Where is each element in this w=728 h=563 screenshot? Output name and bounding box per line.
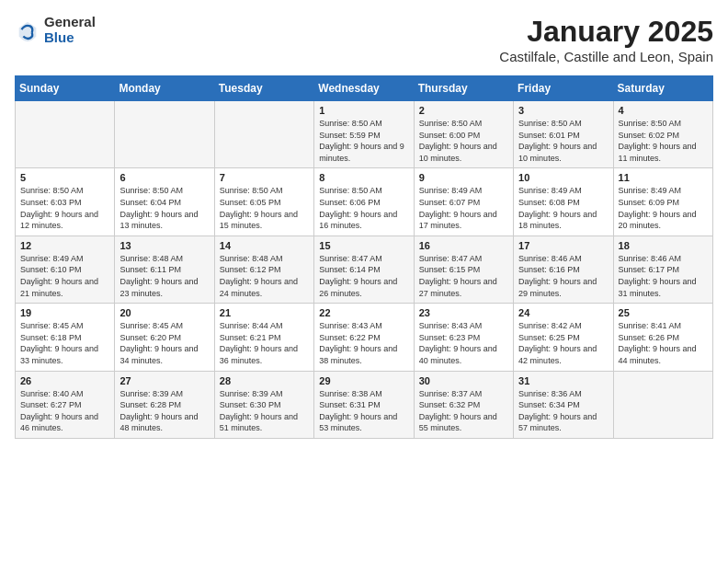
- day-cell: 13Sunrise: 8:48 AMSunset: 6:11 PMDayligh…: [115, 236, 214, 303]
- day-cell: [214, 101, 313, 168]
- day-number: 31: [518, 375, 608, 386]
- day-cell: 22Sunrise: 8:43 AMSunset: 6:22 PMDayligh…: [314, 304, 414, 371]
- logo-icon: [15, 17, 40, 43]
- day-number: 14: [220, 240, 309, 251]
- header: General Blue January 2025 Castilfale, Ca…: [15, 15, 713, 64]
- day-info: Sunrise: 8:47 AMSunset: 6:15 PMDaylight:…: [419, 253, 508, 299]
- day-number: 23: [419, 307, 508, 318]
- day-info: Sunrise: 8:47 AMSunset: 6:14 PMDaylight:…: [319, 253, 408, 299]
- day-cell: 3Sunrise: 8:50 AMSunset: 6:01 PMDaylight…: [514, 101, 613, 168]
- day-info: Sunrise: 8:49 AMSunset: 6:09 PMDaylight:…: [619, 185, 708, 231]
- day-number: 16: [419, 240, 508, 251]
- weekday-header-wednesday: Wednesday: [314, 76, 414, 101]
- day-number: 4: [619, 105, 708, 116]
- month-title: January 2025: [499, 15, 713, 49]
- day-cell: 4Sunrise: 8:50 AMSunset: 6:02 PMDaylight…: [613, 101, 712, 168]
- day-number: 13: [119, 240, 209, 251]
- weekday-header-saturday: Saturday: [613, 76, 712, 101]
- day-cell: 18Sunrise: 8:46 AMSunset: 6:17 PMDayligh…: [613, 236, 712, 303]
- day-cell: 11Sunrise: 8:49 AMSunset: 6:09 PMDayligh…: [613, 168, 712, 236]
- day-info: Sunrise: 8:46 AMSunset: 6:17 PMDaylight:…: [619, 253, 708, 299]
- day-number: 30: [419, 375, 508, 386]
- day-info: Sunrise: 8:49 AMSunset: 6:07 PMDaylight:…: [419, 185, 508, 231]
- day-info: Sunrise: 8:50 AMSunset: 6:03 PMDaylight:…: [20, 185, 109, 231]
- day-cell: 26Sunrise: 8:40 AMSunset: 6:27 PMDayligh…: [16, 371, 115, 438]
- logo-general-text: General: [44, 15, 96, 30]
- day-info: Sunrise: 8:45 AMSunset: 6:20 PMDaylight:…: [119, 320, 209, 366]
- week-row-5: 26Sunrise: 8:40 AMSunset: 6:27 PMDayligh…: [16, 371, 713, 438]
- day-number: 17: [518, 240, 608, 251]
- day-info: Sunrise: 8:48 AMSunset: 6:11 PMDaylight:…: [119, 253, 209, 299]
- day-cell: 14Sunrise: 8:48 AMSunset: 6:12 PMDayligh…: [214, 236, 313, 303]
- day-number: 8: [319, 172, 408, 183]
- day-number: 27: [119, 375, 209, 386]
- day-number: 25: [619, 307, 708, 318]
- day-cell: 20Sunrise: 8:45 AMSunset: 6:20 PMDayligh…: [115, 304, 214, 371]
- day-number: 18: [619, 240, 708, 251]
- weekday-header-row: SundayMondayTuesdayWednesdayThursdayFrid…: [16, 76, 713, 101]
- weekday-header-friday: Friday: [514, 76, 613, 101]
- day-cell: 12Sunrise: 8:49 AMSunset: 6:10 PMDayligh…: [16, 236, 115, 303]
- day-number: 1: [319, 105, 408, 116]
- day-info: Sunrise: 8:41 AMSunset: 6:26 PMDaylight:…: [619, 320, 708, 366]
- day-number: 28: [220, 375, 309, 386]
- weekday-header-tuesday: Tuesday: [214, 76, 313, 101]
- day-cell: 16Sunrise: 8:47 AMSunset: 6:15 PMDayligh…: [414, 236, 513, 303]
- day-cell: 21Sunrise: 8:44 AMSunset: 6:21 PMDayligh…: [214, 304, 313, 371]
- day-number: 12: [20, 240, 109, 251]
- day-number: 5: [20, 172, 109, 183]
- day-cell: 10Sunrise: 8:49 AMSunset: 6:08 PMDayligh…: [514, 168, 613, 236]
- day-info: Sunrise: 8:50 AMSunset: 5:59 PMDaylight:…: [319, 118, 408, 164]
- day-number: 2: [419, 105, 508, 116]
- day-number: 11: [619, 172, 708, 183]
- day-number: 9: [419, 172, 508, 183]
- day-cell: 29Sunrise: 8:38 AMSunset: 6:31 PMDayligh…: [314, 371, 414, 438]
- weekday-header-monday: Monday: [115, 76, 214, 101]
- day-number: 24: [518, 307, 608, 318]
- day-info: Sunrise: 8:49 AMSunset: 6:08 PMDaylight:…: [518, 185, 608, 231]
- day-cell: 17Sunrise: 8:46 AMSunset: 6:16 PMDayligh…: [514, 236, 613, 303]
- day-cell: 25Sunrise: 8:41 AMSunset: 6:26 PMDayligh…: [613, 304, 712, 371]
- day-number: 15: [319, 240, 408, 251]
- weekday-header-sunday: Sunday: [16, 76, 115, 101]
- day-info: Sunrise: 8:43 AMSunset: 6:23 PMDaylight:…: [419, 320, 508, 366]
- day-info: Sunrise: 8:50 AMSunset: 6:00 PMDaylight:…: [419, 118, 508, 164]
- day-info: Sunrise: 8:50 AMSunset: 6:04 PMDaylight:…: [119, 185, 209, 231]
- day-cell: 24Sunrise: 8:42 AMSunset: 6:25 PMDayligh…: [514, 304, 613, 371]
- day-info: Sunrise: 8:39 AMSunset: 6:28 PMDaylight:…: [119, 388, 209, 434]
- day-cell: 23Sunrise: 8:43 AMSunset: 6:23 PMDayligh…: [414, 304, 513, 371]
- day-cell: 15Sunrise: 8:47 AMSunset: 6:14 PMDayligh…: [314, 236, 414, 303]
- logo-text: General Blue: [44, 15, 96, 45]
- day-cell: 9Sunrise: 8:49 AMSunset: 6:07 PMDaylight…: [414, 168, 513, 236]
- day-number: 3: [518, 105, 608, 116]
- day-info: Sunrise: 8:43 AMSunset: 6:22 PMDaylight:…: [319, 320, 408, 366]
- location-title: Castilfale, Castille and Leon, Spain: [499, 49, 713, 64]
- weekday-header-thursday: Thursday: [414, 76, 513, 101]
- week-row-3: 12Sunrise: 8:49 AMSunset: 6:10 PMDayligh…: [16, 236, 713, 303]
- day-cell: 5Sunrise: 8:50 AMSunset: 6:03 PMDaylight…: [16, 168, 115, 236]
- day-cell: 8Sunrise: 8:50 AMSunset: 6:06 PMDaylight…: [314, 168, 414, 236]
- day-cell: 27Sunrise: 8:39 AMSunset: 6:28 PMDayligh…: [115, 371, 214, 438]
- day-info: Sunrise: 8:38 AMSunset: 6:31 PMDaylight:…: [319, 388, 408, 434]
- day-cell: 30Sunrise: 8:37 AMSunset: 6:32 PMDayligh…: [414, 371, 513, 438]
- day-number: 20: [119, 307, 209, 318]
- day-cell: 6Sunrise: 8:50 AMSunset: 6:04 PMDaylight…: [115, 168, 214, 236]
- day-cell: 28Sunrise: 8:39 AMSunset: 6:30 PMDayligh…: [214, 371, 313, 438]
- day-number: 10: [518, 172, 608, 183]
- day-cell: 2Sunrise: 8:50 AMSunset: 6:00 PMDaylight…: [414, 101, 513, 168]
- day-info: Sunrise: 8:50 AMSunset: 6:06 PMDaylight:…: [319, 185, 408, 231]
- day-info: Sunrise: 8:45 AMSunset: 6:18 PMDaylight:…: [20, 320, 109, 366]
- day-number: 7: [220, 172, 309, 183]
- day-cell: 31Sunrise: 8:36 AMSunset: 6:34 PMDayligh…: [514, 371, 613, 438]
- day-info: Sunrise: 8:40 AMSunset: 6:27 PMDaylight:…: [20, 388, 109, 434]
- day-info: Sunrise: 8:48 AMSunset: 6:12 PMDaylight:…: [220, 253, 309, 299]
- logo: General Blue: [15, 15, 96, 45]
- day-info: Sunrise: 8:50 AMSunset: 6:05 PMDaylight:…: [220, 185, 309, 231]
- day-number: 19: [20, 307, 109, 318]
- day-info: Sunrise: 8:37 AMSunset: 6:32 PMDaylight:…: [419, 388, 508, 434]
- day-info: Sunrise: 8:44 AMSunset: 6:21 PMDaylight:…: [220, 320, 309, 366]
- week-row-2: 5Sunrise: 8:50 AMSunset: 6:03 PMDaylight…: [16, 168, 713, 236]
- day-cell: 1Sunrise: 8:50 AMSunset: 5:59 PMDaylight…: [314, 101, 414, 168]
- day-cell: 19Sunrise: 8:45 AMSunset: 6:18 PMDayligh…: [16, 304, 115, 371]
- day-number: 26: [20, 375, 109, 386]
